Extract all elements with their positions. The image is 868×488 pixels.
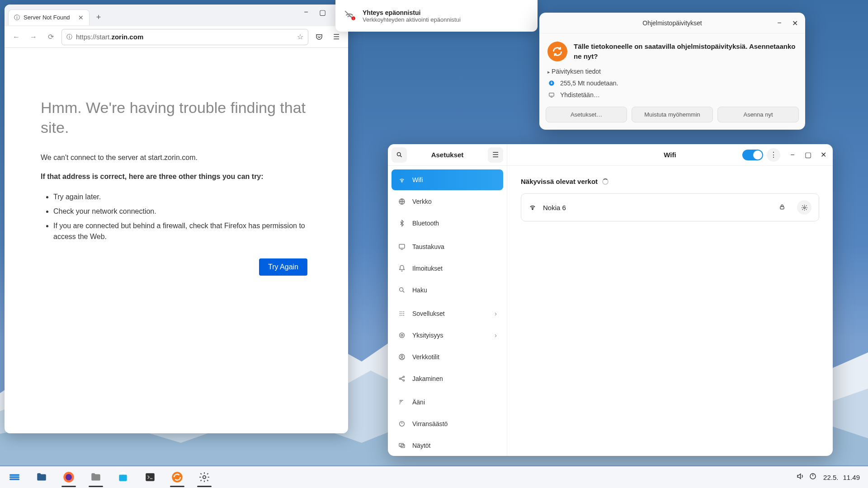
globe-icon bbox=[398, 198, 406, 205]
close-icon[interactable]: ✕ bbox=[790, 18, 800, 28]
maximize-icon[interactable]: ▢ bbox=[317, 7, 327, 17]
bullet-item: Check your network connection. bbox=[53, 206, 312, 217]
connecting-text: Yhdistetään… bbox=[560, 91, 600, 99]
update-details-expander[interactable]: Päivityksen tiedot bbox=[547, 68, 797, 75]
bluetooth-icon bbox=[398, 220, 406, 227]
address-bar[interactable]: ⓘ https://start.zorin.com ☆ bbox=[61, 29, 308, 45]
firefox-app-icon[interactable] bbox=[59, 467, 79, 487]
settings-sidebar: Asetukset ☰ Wifi Verkko Bluetooth Tausta… bbox=[388, 144, 507, 456]
sidebar-item-sharing[interactable]: Jakaminen bbox=[392, 368, 503, 389]
software-updates-dialog: Ohjelmistopäivitykset − ✕ Tälle tietokon… bbox=[539, 13, 805, 130]
toast-title: Yhteys epäonnistui bbox=[363, 9, 461, 16]
sidebar-item-wallpaper[interactable]: Taustakuva bbox=[392, 236, 503, 257]
reload-icon[interactable]: ⟳ bbox=[44, 31, 57, 43]
hamburger-button[interactable]: ☰ bbox=[488, 147, 503, 163]
sidebar-item-privacy[interactable]: Yksityisyys › bbox=[392, 325, 503, 346]
bookmark-icon[interactable]: ☆ bbox=[297, 33, 303, 41]
clock[interactable]: 22.5. 11.49 bbox=[823, 474, 863, 481]
svg-point-9 bbox=[400, 311, 401, 312]
svg-point-35 bbox=[172, 472, 182, 482]
start-menu-button[interactable] bbox=[5, 467, 24, 487]
new-tab-button[interactable]: + bbox=[92, 11, 105, 23]
bullet-item: Try again later. bbox=[53, 192, 312, 202]
close-icon[interactable]: ✕ bbox=[818, 150, 828, 160]
minimize-icon[interactable]: − bbox=[301, 7, 311, 17]
svg-rect-7 bbox=[399, 244, 405, 249]
software-updater-icon[interactable] bbox=[167, 467, 187, 487]
sidebar-item-label: Yksityisyys bbox=[412, 332, 443, 339]
wifi-signal-icon bbox=[528, 203, 537, 212]
search-icon bbox=[398, 286, 406, 294]
sidebar-item-label: Bluetooth bbox=[412, 220, 439, 227]
terminal-app-icon[interactable] bbox=[140, 467, 160, 487]
connecting-icon bbox=[547, 92, 556, 98]
network-toast[interactable]: ! Yhteys epäonnistui Verkkoyhteyden akti… bbox=[335, 0, 538, 32]
close-tab-icon[interactable]: ✕ bbox=[78, 14, 84, 21]
svg-point-11 bbox=[403, 311, 404, 312]
hamburger-icon[interactable]: ☰ bbox=[330, 33, 343, 41]
sidebar-item-notifications[interactable]: Ilmoitukset bbox=[392, 258, 503, 279]
network-error-icon: ! bbox=[344, 9, 356, 22]
back-icon[interactable]: ← bbox=[10, 31, 23, 43]
kebab-menu-icon[interactable]: ⋮ bbox=[767, 148, 780, 162]
maximize-icon[interactable]: ▢ bbox=[803, 150, 813, 160]
bullet-item: If you are connected but behind a firewa… bbox=[53, 221, 312, 242]
sidebar-item-bluetooth[interactable]: Bluetooth bbox=[392, 213, 503, 234]
dialog-header: Ohjelmistopäivitykset − ✕ bbox=[539, 13, 805, 33]
sidebar-item-applications[interactable]: Sovellukset › bbox=[392, 303, 503, 324]
svg-rect-33 bbox=[119, 475, 127, 481]
update-icon bbox=[547, 42, 567, 61]
toast-subtitle: Verkkoyhteyden aktivointi epäonnistui bbox=[363, 16, 461, 23]
network-name: Nokia 6 bbox=[543, 204, 566, 211]
power-icon[interactable] bbox=[809, 472, 817, 482]
settings-window: Asetukset ☰ Wifi Verkko Bluetooth Tausta… bbox=[388, 144, 833, 456]
minimize-icon[interactable]: − bbox=[774, 18, 784, 28]
sidebar-item-wifi[interactable]: Wifi bbox=[392, 169, 503, 190]
tab-title: Server Not Found bbox=[24, 14, 70, 21]
browser-tab[interactable]: ⓘ Server Not Found ✕ bbox=[8, 9, 90, 25]
wifi-toggle[interactable] bbox=[742, 150, 763, 160]
download-size: 255,5 Mt noudetaan. bbox=[560, 80, 618, 87]
pocket-icon[interactable] bbox=[313, 33, 326, 41]
error-heading: Hmm. We're having trouble finding that s… bbox=[41, 98, 312, 137]
wifi-icon bbox=[398, 176, 406, 183]
svg-point-16 bbox=[401, 315, 402, 316]
try-again-button[interactable]: Try Again bbox=[259, 258, 307, 276]
settings-button[interactable]: Asetukset… bbox=[546, 107, 627, 122]
install-now-button[interactable]: Asenna nyt bbox=[717, 107, 799, 122]
volume-icon[interactable] bbox=[796, 472, 804, 482]
sidebar-item-label: Wifi bbox=[412, 176, 423, 183]
svg-point-32 bbox=[66, 474, 72, 480]
chevron-right-icon: › bbox=[495, 332, 497, 339]
settings-app-icon[interactable] bbox=[194, 467, 214, 487]
share-icon bbox=[398, 375, 406, 382]
grid-icon bbox=[398, 310, 406, 317]
forward-icon[interactable]: → bbox=[27, 31, 40, 43]
minimize-icon[interactable]: − bbox=[788, 150, 797, 160]
date-text: 22.5. bbox=[823, 474, 838, 481]
sidebar-item-power[interactable]: Virransäästö bbox=[392, 413, 503, 434]
files-manager-icon[interactable] bbox=[86, 467, 106, 487]
chevron-right-icon: › bbox=[495, 310, 497, 317]
files-app-icon[interactable] bbox=[32, 467, 52, 487]
remind-later-button[interactable]: Muistuta myöhemmin bbox=[632, 107, 713, 122]
sidebar-item-search[interactable]: Haku bbox=[392, 280, 503, 300]
sidebar-item-displays[interactable]: Näytöt bbox=[392, 435, 503, 456]
system-tray bbox=[796, 472, 817, 482]
bell-icon bbox=[398, 265, 406, 272]
sidebar-item-label: Sovellukset bbox=[412, 310, 445, 317]
svg-point-10 bbox=[401, 311, 402, 312]
search-button[interactable] bbox=[392, 147, 407, 163]
svg-rect-34 bbox=[146, 473, 155, 481]
sidebar-item-network[interactable]: Verkko bbox=[392, 191, 503, 212]
software-store-icon[interactable] bbox=[113, 467, 133, 487]
sound-icon bbox=[398, 399, 406, 406]
network-settings-button[interactable] bbox=[797, 200, 811, 215]
svg-point-17 bbox=[403, 315, 404, 316]
sidebar-item-sound[interactable]: Ääni bbox=[392, 392, 503, 413]
sidebar-item-online-accounts[interactable]: Verkkotilit bbox=[392, 347, 503, 367]
visible-networks-label: Näkyvissä olevat verkot bbox=[521, 178, 598, 185]
network-item[interactable]: Nokia 6 bbox=[521, 194, 819, 221]
displays-icon bbox=[398, 442, 406, 449]
svg-point-13 bbox=[401, 313, 402, 314]
